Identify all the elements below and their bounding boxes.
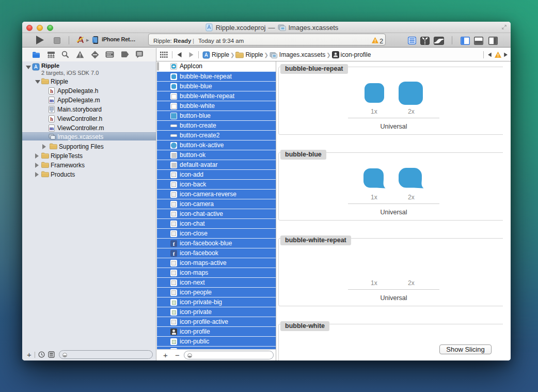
svg-text:h: h <box>50 88 53 94</box>
svg-text:m: m <box>50 126 54 131</box>
svg-text:h: h <box>50 116 53 122</box>
svg-text:m: m <box>50 98 54 103</box>
